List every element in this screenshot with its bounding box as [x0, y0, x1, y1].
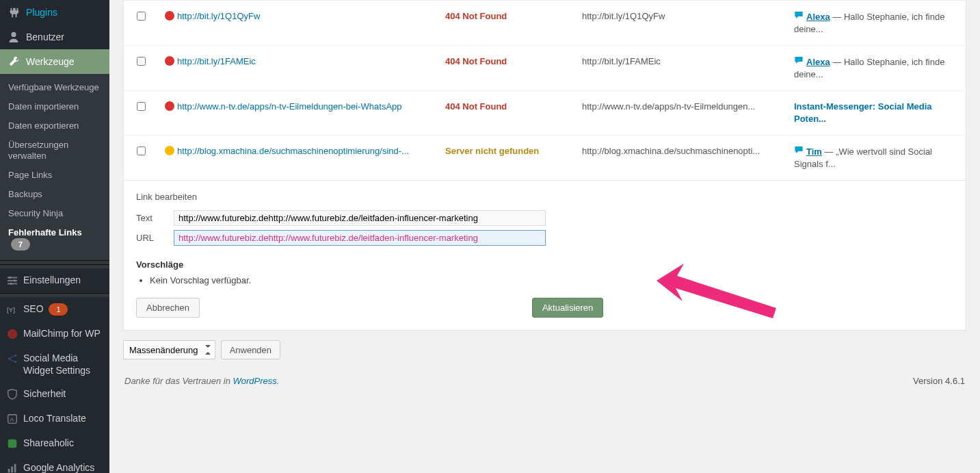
- version-text: Version 4.6.1: [913, 376, 965, 386]
- svg-text:A: A: [10, 416, 14, 423]
- row-checkbox[interactable]: [137, 12, 146, 21]
- no-suggestion-text: Kein Vorschlag verfügbar.: [150, 275, 953, 285]
- comment-icon: [794, 146, 804, 157]
- link-editor-panel: Link bearbeiten Text URL Vorschläge Kein…: [123, 181, 966, 331]
- link-source: Tim — „Wie wertvoll sind Social Signals …: [787, 136, 966, 181]
- submenu-item[interactable]: Backups: [0, 185, 109, 204]
- link-text-input[interactable]: [174, 210, 546, 226]
- table-row: http://bit.ly/1FAMEic404 Not Foundhttp:/…: [124, 46, 966, 91]
- link-text: http://bit.ly/1FAMEic: [575, 46, 787, 91]
- shareaholic-icon: [5, 437, 19, 450]
- submenu-item[interactable]: Übersetzungen verwalten: [0, 136, 109, 166]
- tools-submenu: Verfügbare WerkzeugeDaten importierenDat…: [0, 74, 109, 260]
- sidebar-item-label: Social Media Widget Settings: [23, 352, 104, 376]
- link-text: http://blog.xmachina.de/suchmaschinenopt…: [575, 136, 787, 181]
- update-button[interactable]: Aktualisieren: [532, 298, 603, 318]
- cancel-button[interactable]: Abbrechen: [136, 298, 200, 318]
- broken-link-url[interactable]: http://blog.xmachina.de/suchmaschinenopt…: [177, 146, 409, 156]
- svg-point-4: [14, 279, 16, 282]
- link-source: Alexa — Hallo Stephanie, ich finde deine…: [787, 1, 966, 46]
- url-label: URL: [136, 233, 174, 243]
- wordpress-link[interactable]: WordPress: [233, 376, 277, 386]
- comment-author-link[interactable]: Alexa: [806, 57, 830, 67]
- editor-heading: Link bearbeiten: [136, 192, 953, 202]
- table-row: http://bit.ly/1Q1QyFw404 Not Foundhttp:/…: [124, 1, 966, 46]
- row-checkbox[interactable]: [137, 57, 146, 66]
- bulk-action-select[interactable]: Massenänderung: [123, 340, 215, 359]
- bulk-apply-button[interactable]: Anwenden: [221, 340, 280, 359]
- status-icon: [165, 11, 174, 21]
- loco-icon: A: [5, 412, 19, 426]
- sidebar-item-label: MailChimp for WP: [23, 327, 101, 340]
- sidebar-item-share[interactable]: Social Media Widget Settings: [0, 346, 109, 382]
- link-url-input[interactable]: [174, 230, 546, 246]
- sidebar-item-label: Werkzeuge: [26, 55, 75, 68]
- link-text: http://www.n-tv.de/apps/n-tv-Eilmeldunge…: [575, 91, 787, 136]
- sidebar-item-analytics[interactable]: Google Analytics: [0, 456, 109, 473]
- footer-thanks: Danke für das Vertrauen in WordPress.: [124, 376, 279, 386]
- sidebar-item-label: Plugins: [26, 6, 57, 18]
- sidebar-item-loco[interactable]: ALoco Translate: [0, 407, 109, 431]
- row-checkbox[interactable]: [137, 102, 146, 111]
- sidebar-item-shield[interactable]: Sicherheit: [0, 382, 109, 407]
- status-text: 404 Not Found: [438, 91, 575, 136]
- mailchimp-icon: [5, 327, 19, 341]
- sidebar-item-settings[interactable]: Einstellungen: [0, 268, 109, 293]
- svg-rect-13: [8, 439, 17, 448]
- broken-link-url[interactable]: http://bit.ly/1FAMEic: [177, 56, 256, 66]
- sidebar-item-label: Sicherheit: [23, 387, 66, 400]
- table-row: http://blog.xmachina.de/suchmaschinenopt…: [124, 136, 966, 181]
- status-icon: [165, 56, 174, 66]
- broken-link-url[interactable]: http://bit.ly/1Q1QyFw: [177, 11, 260, 21]
- sidebar-item-label: Shareaholic: [23, 437, 74, 449]
- submenu-item[interactable]: Page Links: [0, 166, 109, 185]
- svg-rect-16: [14, 464, 16, 473]
- analytics-icon: [5, 461, 19, 473]
- sidebar-item-seo[interactable]: [Y]SEO 1: [0, 297, 109, 322]
- tools-icon: [7, 55, 21, 68]
- status-text: 404 Not Found: [438, 46, 575, 91]
- row-checkbox[interactable]: [137, 146, 146, 155]
- svg-text:[Y]: [Y]: [7, 307, 15, 314]
- submenu-item-current[interactable]: Fehlerhafte Links 7: [0, 223, 109, 255]
- status-icon: [165, 101, 174, 111]
- share-icon: [5, 352, 19, 366]
- users-icon: [7, 30, 21, 44]
- sidebar-item-mailchimp[interactable]: MailChimp for WP: [0, 322, 109, 346]
- sidebar-item-werkzeuge[interactable]: Werkzeuge: [0, 49, 109, 74]
- admin-sidebar: PluginsBenutzerWerkzeuge Verfügbare Werk…: [0, 0, 109, 473]
- sidebar-item-shareaholic[interactable]: Shareaholic: [0, 431, 109, 456]
- svg-point-7: [8, 329, 17, 339]
- link-source: Instant-Messenger: Social Media Poten...: [787, 91, 966, 136]
- sidebar-item-label: Google Analytics: [23, 461, 94, 473]
- suggestions-heading: Vorschläge: [136, 259, 953, 270]
- text-label: Text: [136, 213, 174, 223]
- comment-author-link[interactable]: Tim: [806, 146, 822, 157]
- update-badge: 1: [49, 303, 68, 316]
- sidebar-item-label: Loco Translate: [23, 412, 86, 424]
- svg-point-5: [10, 283, 12, 285]
- submenu-item[interactable]: Daten exportieren: [0, 116, 109, 136]
- plugins-icon: [7, 5, 21, 19]
- sidebar-item-label: Einstellungen: [23, 274, 81, 286]
- broken-link-url[interactable]: http://www.n-tv.de/apps/n-tv-Eilmeldunge…: [177, 101, 402, 112]
- admin-footer: Danke für das Vertrauen in WordPress. Ve…: [123, 359, 966, 390]
- link-source: Alexa — Hallo Stephanie, ich finde deine…: [787, 46, 966, 91]
- sidebar-item-benutzer[interactable]: Benutzer: [0, 25, 109, 49]
- sidebar-item-label: SEO 1: [23, 303, 68, 316]
- submenu-item[interactable]: Security Ninja: [0, 204, 109, 223]
- sidebar-item-plugins[interactable]: Plugins: [0, 0, 109, 25]
- submenu-item[interactable]: Daten importieren: [0, 97, 109, 116]
- settings-icon: [5, 274, 19, 287]
- bulk-actions: Massenänderung Anwenden: [123, 340, 966, 359]
- link-text: http://bit.ly/1Q1QyFw: [575, 1, 787, 46]
- submenu-item[interactable]: Verfügbare Werkzeuge: [0, 78, 109, 97]
- broken-links-count-badge: 7: [11, 238, 30, 251]
- source-post-link[interactable]: Instant-Messenger: Social Media Poten...: [794, 101, 932, 124]
- table-row: http://www.n-tv.de/apps/n-tv-Eilmeldunge…: [124, 91, 966, 136]
- comment-author-link[interactable]: Alexa: [806, 12, 830, 22]
- comment-icon: [794, 57, 804, 67]
- status-icon: [165, 146, 174, 155]
- svg-point-3: [9, 277, 12, 279]
- seo-icon: [Y]: [5, 303, 19, 316]
